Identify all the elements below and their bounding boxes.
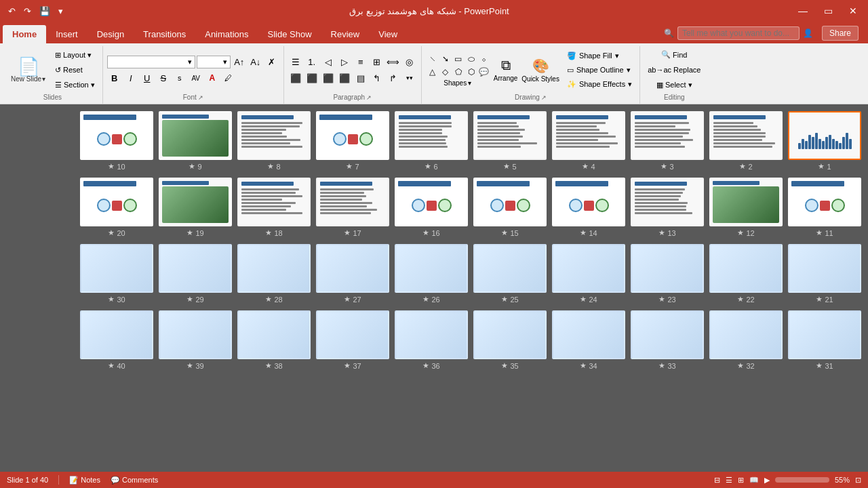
shape-effects-button[interactable]: ✨ Shape Effects▾ — [564, 78, 635, 91]
slide-thumbnail[interactable] — [709, 111, 783, 160]
tab-view[interactable]: View — [369, 25, 407, 43]
align-center-button[interactable]: ⬛ — [304, 70, 319, 85]
slide-item[interactable]: ★ 32 — [709, 310, 783, 370]
slide-thumbnail[interactable] — [159, 178, 232, 226]
slide-thumbnail[interactable] — [631, 310, 704, 359]
shape-pentagon[interactable]: ⬠ — [452, 66, 465, 78]
notes-button[interactable]: 📝 Notes — [69, 476, 100, 485]
smartart-convert-button[interactable]: ◎ — [402, 54, 417, 69]
columns-button[interactable]: ⊞ — [370, 54, 384, 69]
line-spacing-button[interactable]: ≡ — [353, 54, 368, 69]
underline-button[interactable]: U — [140, 70, 155, 85]
shape-oval[interactable]: ⬭ — [465, 53, 478, 65]
zoom-slider[interactable] — [775, 477, 829, 483]
save-button[interactable]: 💾 — [37, 5, 53, 18]
shape-arrow[interactable]: ➘ — [439, 53, 452, 65]
slide-thumbnail[interactable] — [473, 178, 547, 226]
align-right-button[interactable]: ⬛ — [321, 70, 336, 85]
drawing-dialog-launcher[interactable]: ↗ — [541, 94, 547, 101]
tab-transitions[interactable]: Transitions — [134, 25, 195, 43]
slide-item[interactable]: ★ 18 — [237, 178, 311, 237]
slide-thumbnail[interactable] — [631, 178, 704, 226]
slide-item[interactable]: ★ 23 — [631, 244, 704, 304]
fit-button[interactable]: ⊡ — [855, 476, 861, 485]
slide-item[interactable]: ★ 38 — [237, 310, 311, 370]
slide-item[interactable]: ★ 1 — [788, 111, 861, 171]
slide-item[interactable]: ★ 11 — [788, 178, 861, 237]
slide-thumbnail[interactable] — [80, 111, 153, 160]
slide-item[interactable]: ★ 10 — [80, 111, 153, 171]
italic-button[interactable]: I — [123, 70, 138, 85]
align-left-button[interactable]: ⬛ — [288, 70, 303, 85]
font-color-button[interactable]: A — [205, 70, 220, 85]
slide-item[interactable]: ★ 36 — [395, 310, 468, 370]
slide-thumbnail[interactable] — [159, 244, 232, 293]
slide-item[interactable]: ★ 31 — [788, 310, 861, 370]
slide-thumbnail[interactable] — [80, 244, 153, 293]
slide-thumbnail[interactable] — [788, 111, 861, 160]
paragraph-dialog-launcher[interactable]: ↗ — [366, 94, 372, 101]
restore-button[interactable]: ▭ — [818, 4, 838, 18]
slide-thumbnail[interactable] — [709, 178, 783, 226]
slide-thumbnail[interactable] — [631, 111, 704, 160]
decrease-font-size-button[interactable]: A↓ — [248, 54, 263, 69]
slide-item[interactable]: ★ 12 — [709, 178, 783, 237]
slide-thumbnail[interactable] — [316, 111, 389, 160]
undo-button[interactable]: ↶ — [5, 5, 18, 18]
tab-insert[interactable]: Insert — [46, 25, 87, 43]
slide-item[interactable]: ★ 25 — [473, 244, 547, 304]
slide-item[interactable]: ★ 13 — [631, 178, 704, 237]
strikethrough-button[interactable]: S — [156, 70, 171, 85]
slide-thumbnail[interactable] — [395, 178, 468, 226]
more-para-button[interactable]: ▾▾ — [402, 70, 417, 85]
slide-item[interactable]: ★ 34 — [552, 310, 625, 370]
shape-rect[interactable]: ▭ — [452, 53, 465, 65]
tab-review[interactable]: Review — [321, 25, 370, 43]
slide-item[interactable]: ★ 30 — [80, 244, 153, 304]
increase-indent-button[interactable]: ▷ — [337, 54, 352, 69]
slide-item[interactable]: ★ 15 — [473, 178, 547, 237]
text-direction-button[interactable]: ⟺ — [386, 54, 401, 69]
slide-thumbnail[interactable] — [788, 310, 861, 359]
decrease-indent-button[interactable]: ◁ — [321, 54, 336, 69]
new-slide-button[interactable]: 📄 New Slide▾ — [7, 55, 50, 85]
shape-hexagon[interactable]: ⬡ — [465, 66, 478, 78]
font-dialog-launcher[interactable]: ↗ — [198, 94, 203, 101]
slide-thumbnail[interactable] — [473, 244, 547, 293]
slide-item[interactable]: ★ 4 — [552, 111, 625, 171]
select-button[interactable]: ▦ Select ▾ — [653, 79, 696, 92]
redo-button[interactable]: ↷ — [21, 5, 34, 18]
slide-thumbnail[interactable] — [159, 310, 232, 359]
slide-sorter-button[interactable]: ⊞ — [738, 476, 744, 485]
slide-thumbnail[interactable] — [552, 178, 625, 226]
numbering-button[interactable]: 1. — [304, 54, 319, 69]
find-button[interactable]: 🔍 Find — [658, 48, 690, 61]
text-align-vertical-button[interactable]: ▤ — [353, 70, 368, 85]
justify-button[interactable]: ⬛ — [337, 70, 352, 85]
slide-thumbnail[interactable] — [473, 310, 547, 359]
slide-item[interactable]: ★ 14 — [552, 178, 625, 237]
share-button[interactable]: Share — [822, 26, 859, 41]
slide-thumbnail[interactable] — [788, 244, 861, 293]
slide-item[interactable]: ★ 28 — [237, 244, 311, 304]
slide-thumbnail[interactable] — [473, 111, 547, 160]
slide-item[interactable]: ★ 24 — [552, 244, 625, 304]
slide-item[interactable]: ★ 6 — [395, 111, 468, 171]
slides-panel[interactable]: ★ 10 ★ 9 ★ 8 — [0, 104, 868, 472]
slide-item[interactable]: ★ 40 — [80, 310, 153, 370]
slide-thumbnail[interactable] — [395, 244, 468, 293]
slide-thumbnail[interactable] — [316, 178, 389, 226]
search-input[interactable] — [677, 26, 800, 40]
slide-thumbnail[interactable] — [159, 111, 232, 160]
shape-line[interactable]: ⟍ — [426, 53, 439, 65]
slide-item[interactable]: ★ 22 — [709, 244, 783, 304]
text-highlight-button[interactable]: 🖊 — [221, 70, 236, 85]
outline-view-button[interactable]: ☰ — [726, 476, 732, 485]
slide-thumbnail[interactable] — [395, 111, 468, 160]
shape-diamond[interactable]: ◇ — [439, 66, 452, 78]
slide-item[interactable]: ★ 21 — [788, 244, 861, 304]
reset-button[interactable]: ↺ Reset — [52, 64, 98, 77]
tab-animations[interactable]: Animations — [195, 25, 258, 43]
slide-thumbnail[interactable] — [709, 244, 783, 293]
clear-formatting-button[interactable]: ✗ — [264, 54, 279, 69]
